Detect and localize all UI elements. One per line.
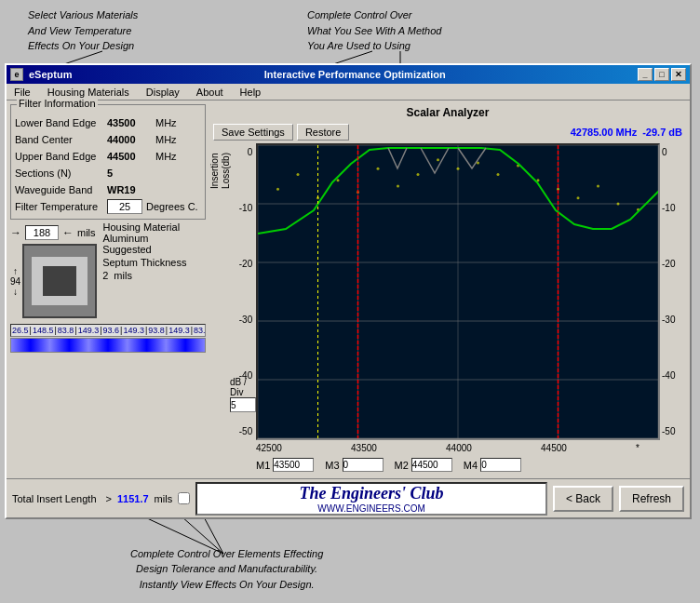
total-insert-unit: mils (155, 493, 173, 504)
dbdiv-control: dB / Div (230, 377, 256, 412)
dim-sep: | (166, 326, 168, 335)
app-icon: e (10, 68, 23, 81)
filter-row-band-center: Band Center 44000 MHz (15, 131, 201, 148)
menu-about[interactable]: About (193, 86, 227, 99)
analyzer-controls: Save Settings Restore 42785.00 MHz -29.7… (209, 124, 686, 141)
suggested-label: Suggested (102, 244, 186, 255)
right-panel: Scalar Analyzer Save Settings Restore 42… (209, 104, 686, 514)
svg-point-18 (297, 173, 300, 176)
upper-band-value: 44500 (107, 151, 152, 162)
annotation-bottom: Complete Control Over Elements Effecting… (130, 546, 323, 593)
save-settings-button[interactable]: Save Settings (213, 124, 293, 141)
band-center-unit: MHz (155, 134, 177, 145)
menu-help[interactable]: Help (236, 86, 265, 99)
y-axis-right: 0 -10 -20 -30 -40 -50 (660, 143, 686, 440)
lower-band-value: 43500 (107, 117, 152, 128)
svg-point-32 (577, 196, 580, 199)
dim-0: 26.5 (12, 326, 29, 335)
cs-visual: ↑ 94 ↓ Suggested Septum Thickness (10, 244, 206, 318)
dim-sep: | (54, 326, 56, 335)
svg-point-24 (417, 173, 420, 176)
septum-dims-row: 26.5 | 148.5 | 83.8 | 149.3 | 93.6 | 149… (10, 324, 206, 353)
marker-m4: M4 (464, 458, 521, 472)
main-content: Filter Information Lower Band Edge 43500… (7, 100, 690, 517)
filter-row-waveguide: Waveguide Band WR19 (15, 181, 201, 198)
dim-6: 93.8 (148, 326, 165, 335)
dim-8: 83.8 (194, 326, 206, 335)
filter-info-label: Filter Information (17, 98, 98, 109)
annotation-topleft: Select Various Materials And View Temper… (28, 7, 138, 54)
titlebar: e eSeptum Interactive Performance Optimi… (7, 65, 690, 84)
x-label-3: 44500 (541, 443, 567, 453)
dim-7: 149.3 (168, 326, 190, 335)
analyzer-buttons: Save Settings Restore (213, 124, 349, 141)
m2-input[interactable] (411, 458, 452, 472)
filter-row-upper-band: Upper Band Edge 44500 MHz (15, 148, 201, 165)
menu-housing-materials[interactable]: Housing Materials (44, 86, 133, 99)
ec-url: WWW.ENGINEERS.COM (317, 503, 425, 514)
ec-title: The Engineers' Club (300, 484, 444, 503)
refresh-button[interactable]: Refresh (619, 486, 684, 512)
dim-1: 148.5 (33, 326, 54, 335)
band-center-value: 44000 (107, 134, 152, 145)
temperature-input[interactable] (107, 199, 142, 214)
m4-input[interactable] (480, 458, 521, 472)
db-value: -29.7 dB (642, 127, 682, 138)
x-label-end: * (636, 443, 639, 453)
height-value: 94 (10, 276, 20, 287)
chart-plot (256, 143, 660, 440)
menu-display[interactable]: Display (142, 86, 183, 99)
m1-input[interactable] (273, 458, 314, 472)
svg-point-20 (337, 179, 340, 181)
lower-band-unit: MHz (155, 117, 177, 128)
upper-band-unit: MHz (155, 151, 177, 162)
analyzer-title: Scalar Analyzer (209, 104, 686, 121)
freq-display-area: 42785.00 MHz -29.7 dB (571, 127, 682, 138)
waveguide-label: Waveguide Band (15, 184, 103, 195)
main-window: e eSeptum Interactive Performance Optimi… (5, 63, 692, 519)
arrow-right-icon: ← (62, 226, 74, 239)
dbdiv-input[interactable] (230, 397, 256, 412)
dim-2: 83.8 (58, 326, 74, 335)
dim-sep: | (100, 326, 101, 335)
annotation-topright: Complete Control Over What You See With … (307, 7, 441, 54)
svg-point-25 (437, 158, 439, 161)
m3-input[interactable] (343, 458, 384, 472)
back-button[interactable]: < Back (553, 486, 613, 512)
close-button[interactable]: ✕ (671, 68, 686, 81)
filter-info-group: Filter Information Lower Band Edge 43500… (10, 104, 206, 220)
x-label-2: 44000 (446, 443, 472, 453)
svg-point-26 (457, 168, 460, 170)
x-label-0: 42500 (256, 443, 282, 453)
cs-text: Suggested Septum Thickness 2 mils (102, 244, 186, 281)
menu-file[interactable]: File (10, 86, 34, 99)
cross-section: → ← mils Housing MaterialAluminum ↑ 94 ↓ (10, 223, 206, 318)
total-insert-label: Total Insert Length (12, 493, 97, 504)
chart-svg (258, 145, 658, 438)
insert-checkbox[interactable] (178, 492, 190, 504)
m1-label: M1 (256, 460, 270, 471)
left-panel: Filter Information Lower Band Edge 43500… (10, 104, 206, 514)
minimize-button[interactable]: _ (638, 68, 653, 81)
chart-area: Insertion Loss(db) dB / Div 0 -10 -20 -3… (209, 143, 686, 440)
dim-sep: | (74, 326, 76, 335)
restore-button[interactable]: Restore (297, 124, 350, 141)
svg-point-23 (397, 185, 399, 188)
svg-point-22 (377, 168, 380, 170)
width-input[interactable] (25, 225, 59, 240)
titlebar-buttons: _ □ ✕ (638, 68, 686, 81)
sections-value: 5 (107, 168, 152, 179)
arrow-left-icon: → (10, 226, 21, 239)
dim-sep: | (191, 326, 193, 335)
dim-sep: | (120, 326, 122, 335)
housing-material-label: Housing MaterialAluminum (103, 221, 181, 244)
x-axis-labels: 42500 43500 44000 44500 * (209, 443, 686, 453)
band-center-label: Band Center (15, 134, 103, 145)
marker-m2: M2 (395, 458, 452, 472)
maximize-button[interactable]: □ (654, 68, 669, 81)
dim-4: 93.6 (103, 326, 120, 335)
freq-value: 42785.00 MHz (571, 127, 638, 138)
lower-band-label: Lower Band Edge (15, 117, 103, 128)
m3-label: M3 (325, 460, 339, 471)
temperature-unit: Degrees C. (146, 201, 198, 212)
